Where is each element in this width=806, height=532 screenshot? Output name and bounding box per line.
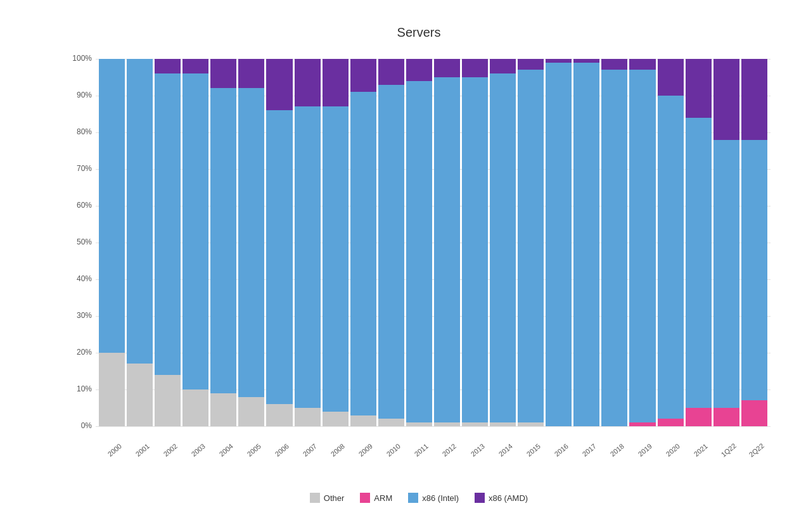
bar-segment-intel	[434, 77, 460, 422]
legend-color-swatch	[475, 493, 485, 503]
bar-group: 2015	[518, 59, 544, 426]
bar-segment-amd	[155, 59, 181, 73]
bar-segment-other	[378, 419, 404, 426]
bar-group: 2003	[182, 59, 208, 426]
bar-segment-other	[350, 415, 376, 426]
bar-segment-intel	[155, 73, 181, 375]
bar-segment-other	[406, 422, 432, 426]
bar-segment-amd	[518, 59, 544, 70]
bar-x-label: 2020	[665, 442, 681, 458]
bar-group: 2017	[573, 59, 599, 426]
y-label: 70%	[77, 164, 92, 173]
bar-segment-other	[238, 397, 264, 426]
bars-container: 2000200120022003200420052006200720082009…	[99, 59, 767, 426]
bar-segment-other	[127, 364, 153, 426]
bar-segment-intel	[406, 81, 432, 422]
bar-x-label: 2000	[106, 442, 122, 458]
bar-segment-intel	[323, 106, 349, 411]
grid-line	[96, 426, 771, 427]
bar-group: 2002	[155, 59, 181, 426]
bar-segment-arm	[629, 422, 655, 426]
y-label: 60%	[77, 201, 92, 210]
bar-group: 2019	[629, 59, 655, 426]
bar-segment-amd	[686, 59, 712, 118]
bar-x-label: 2002	[162, 442, 178, 458]
bar-segment-amd	[406, 59, 432, 81]
y-label: 30%	[77, 311, 92, 320]
bar-segment-intel	[99, 59, 125, 353]
bar-group: 2000	[99, 59, 125, 426]
y-label: 80%	[77, 127, 92, 136]
bar-segment-arm	[741, 400, 767, 426]
chart-title: Servers	[67, 25, 771, 40]
bar-segment-other	[99, 353, 125, 426]
bar-segment-intel	[601, 70, 627, 426]
bar-x-label: 2017	[580, 442, 597, 458]
bar-segment-amd	[378, 59, 404, 85]
bar-segment-other	[295, 408, 321, 426]
bar-group: 2006	[266, 59, 292, 426]
bar-segment-amd	[629, 59, 655, 70]
bar-segment-other	[323, 412, 349, 426]
bar-segment-intel	[378, 85, 404, 419]
bar-segment-amd	[741, 59, 767, 140]
bar-segment-intel	[518, 70, 544, 422]
bar-x-label: 1Q22	[720, 441, 738, 458]
bar-segment-amd	[462, 59, 488, 77]
bar-x-label: 2008	[329, 442, 346, 458]
bar-x-label: 2Q22	[748, 441, 765, 458]
bar-group: 2013	[462, 59, 488, 426]
bar-group: 1Q22	[713, 59, 739, 426]
bar-segment-intel	[573, 63, 599, 426]
legend-item: x86 (Intel)	[408, 493, 459, 503]
bar-segment-intel	[686, 118, 712, 408]
y-label: 20%	[77, 348, 92, 357]
bar-x-label: 2018	[609, 442, 625, 458]
bar-segment-other	[462, 422, 488, 426]
legend-color-swatch	[360, 493, 370, 503]
bar-x-label: 2001	[134, 442, 150, 458]
bar-segment-intel	[210, 88, 236, 393]
legend-color-swatch	[408, 493, 418, 503]
y-label: 40%	[77, 274, 92, 283]
bar-x-label: 2007	[302, 442, 318, 458]
bar-segment-other	[518, 422, 544, 426]
bar-group: 2020	[658, 59, 684, 426]
bar-group: 2016	[546, 59, 572, 426]
legend: OtherARMx86 (Intel)x86 (AMD)	[67, 493, 771, 503]
bar-segment-other	[266, 404, 292, 426]
bar-x-label: 2012	[441, 442, 457, 458]
bar-x-label: 2011	[413, 442, 430, 458]
bar-segment-intel	[182, 73, 208, 390]
bar-segment-amd	[350, 59, 376, 92]
legend-label: Other	[324, 493, 345, 503]
y-axis: 0%10%20%30%40%50%60%70%80%90%100%	[67, 53, 96, 458]
bar-segment-intel	[238, 88, 264, 396]
bar-group: 2011	[406, 59, 432, 426]
bar-x-label: 2014	[497, 442, 513, 458]
bar-segment-amd	[713, 59, 739, 140]
bar-segment-intel	[629, 70, 655, 422]
bar-group: 2010	[378, 59, 404, 426]
bar-group: 2014	[490, 59, 516, 426]
bar-segment-amd	[210, 59, 236, 88]
bar-x-label: 2015	[525, 442, 541, 458]
bar-segment-intel	[266, 110, 292, 404]
bar-x-label: 2019	[637, 442, 653, 458]
y-label: 0%	[81, 421, 92, 430]
bar-segment-other	[155, 375, 181, 426]
bar-segment-amd	[490, 59, 516, 73]
legend-label: x86 (AMD)	[489, 493, 528, 503]
bar-segment-intel	[490, 73, 516, 422]
y-label: 10%	[77, 384, 92, 393]
bar-x-label: 2021	[693, 442, 709, 458]
bar-segment-amd	[182, 59, 208, 73]
y-label: 50%	[77, 238, 92, 246]
bar-x-label: 2004	[217, 442, 234, 458]
bar-segment-amd	[434, 59, 460, 77]
bar-x-label: 2009	[357, 442, 374, 458]
bar-x-label: 2006	[274, 442, 290, 458]
bar-segment-other	[434, 422, 460, 426]
bar-segment-arm	[658, 419, 684, 426]
bar-segment-other	[490, 422, 516, 426]
